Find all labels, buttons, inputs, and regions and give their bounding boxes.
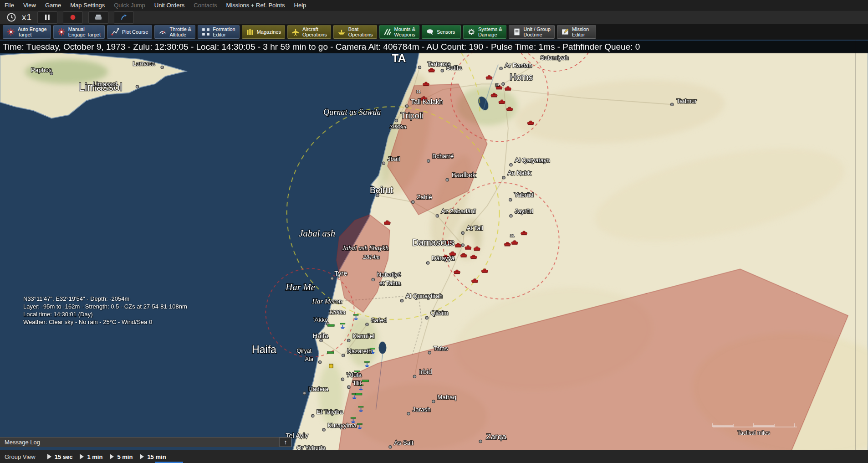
record-button[interactable] (63, 11, 83, 24)
map-info-line: N33°11'47", E32°19'54" - Depth: -2054m (23, 295, 187, 303)
map-label-ta: TA (392, 52, 406, 64)
city-dot (318, 361, 321, 364)
map-label-karmi-el: Karmi'el (352, 333, 374, 340)
time-step-button-15-sec[interactable]: 15 sec (47, 453, 73, 460)
map-label-har-me: Har Me (285, 282, 315, 292)
menu-item-missions-ref-points[interactable]: Missions + Ref. Points (222, 0, 290, 10)
map-label-yabr-d: Yabrūd (514, 191, 533, 198)
map-label-akko: 'Akko (313, 316, 328, 323)
map-svg[interactable]: 111111PaphosLimassolLimassolLarnacaTATar… (0, 40, 868, 450)
map-label-an-nabk: An Nabk (508, 170, 531, 176)
toolbar-button-label: Sensors (437, 29, 455, 35)
jump-arrow-icon[interactable] (114, 11, 134, 24)
time-step-label: 5 min (117, 453, 133, 460)
group-view-label[interactable]: Group View (0, 453, 40, 460)
toolbar-button-sensors[interactable]: Sensors (422, 25, 461, 39)
cmo-window: FileViewGameMap SettingsQuick JumpUnit O… (0, 0, 868, 463)
unit-status-bar[interactable] (362, 380, 369, 382)
toolbar-button-aircraft-operations[interactable]: AircraftOperations (287, 25, 331, 39)
city-dot (347, 339, 350, 342)
city-dot (671, 103, 674, 106)
boat-icon (337, 28, 346, 36)
toolbar-button-label: AircraftOperations (302, 26, 327, 37)
menu-item-map-settings[interactable]: Map Settings (66, 0, 109, 10)
unit-status-bar[interactable] (328, 324, 335, 326)
map-label-q-sim: Qāsim (431, 309, 449, 316)
city-dot (502, 82, 505, 85)
toolbar-button-unit-group-doctrine[interactable]: Unit / GroupDoctrine (509, 25, 555, 39)
toolbar-button-label: ManualEngage Target (68, 26, 101, 37)
map-label-larnaca: Larnaca (133, 60, 155, 67)
time-step-button-15-min[interactable]: 15 min (140, 453, 166, 460)
map-label-bcharr: Bcharré (432, 153, 454, 159)
map-label-at-tall: At Tall (467, 225, 483, 232)
map-label-paphos: Paphos (31, 67, 52, 73)
city-dot (405, 105, 408, 108)
menu-item-view[interactable]: View (19, 0, 41, 10)
play-icon (47, 454, 51, 459)
toolbar-button-formation-editor[interactable]: FormationEditor (198, 25, 240, 39)
auto-engage-icon (7, 28, 15, 36)
clock-icon (6, 12, 16, 22)
map-label-tadmur: Tadmur (676, 98, 697, 104)
map-label-et-tahta: et Tahta (379, 280, 401, 287)
special-unit-icon[interactable] (329, 364, 333, 368)
toolbar-button-label: Auto EngageTarget (18, 26, 47, 37)
map-label-haifa: Haifa (252, 344, 276, 355)
play-icon (140, 454, 144, 459)
toolbar-button-mission-editor[interactable]: MissionEditor (557, 25, 596, 39)
city-dot (426, 262, 429, 264)
expand-message-log-button[interactable]: ↑ (280, 437, 291, 447)
toolbar-button-throttle-altitude[interactable]: Throttle &Altitude (154, 25, 195, 39)
time-step-button-5-min[interactable]: 5 min (110, 453, 133, 460)
printer-icon[interactable] (88, 11, 108, 24)
map-label-mafraq: Mafraq (437, 394, 456, 401)
toolbar-button-auto-engage-target[interactable]: Auto EngageTarget (3, 25, 51, 39)
unit-status-bar[interactable] (355, 393, 362, 395)
map-label-3088m: 3088m (389, 123, 407, 130)
map-label-al-qunaytirah: Al Qunaytirah (406, 293, 443, 299)
menu-item-unit-orders[interactable]: Unit Orders (150, 0, 189, 10)
city-dot (372, 278, 374, 281)
map-label-qurnat-as-sawda: Qurnat as Sawda (323, 108, 381, 117)
map-label-damascus: Damascus (413, 237, 454, 247)
map-area[interactable]: 111111PaphosLimassolLimassolLarnacaTATar… (0, 40, 868, 450)
city-dot (432, 400, 435, 403)
city-dot (395, 119, 398, 122)
menu-item-file[interactable]: File (0, 0, 19, 10)
map-label-nazareth: Nazareth (347, 348, 372, 355)
toolbar-button-manual-engage-target[interactable]: ManualEngage Target (53, 25, 105, 39)
city-dot (136, 85, 138, 88)
manual-engage-icon (57, 28, 66, 36)
city-dot (303, 392, 306, 395)
map-label-jayr-d: Jayrūd (515, 208, 533, 215)
city-dot (425, 316, 428, 319)
map-label-hadera: Hadera (308, 386, 328, 392)
map-label-jabal-ash-shaykh: Jabal ash Shaykh (342, 244, 388, 252)
time-compression-value[interactable]: x1 (22, 12, 32, 22)
city-dot (407, 412, 410, 415)
menu-item-help[interactable]: Help (290, 0, 311, 10)
menu-item-game[interactable]: Game (41, 0, 66, 10)
city-dot (428, 351, 431, 354)
map-label-homs: Homs (510, 72, 533, 82)
unit-status-bar[interactable] (327, 352, 334, 354)
time-step-button-1-min[interactable]: 1 min (80, 453, 102, 460)
pause-button[interactable] (37, 11, 57, 24)
city-dot (366, 323, 368, 326)
toolbar-button-mounts-weapons[interactable]: Mounts &Weapons (379, 25, 419, 39)
map-info-line: Layer: -95m to -162m - Strength: 0.5 - C… (23, 303, 187, 310)
toolbar-button-systems-damage[interactable]: Systems &Damage (463, 25, 506, 39)
toolbar-button-plot-course[interactable]: Plot Course (107, 25, 152, 39)
toolbar-button-label: Plot Course (122, 29, 148, 35)
toolbar-button-boat-operations[interactable]: BoatOperations (333, 25, 377, 39)
map-label-nabatiy: Nabatiyé (377, 271, 401, 278)
city-dot (461, 232, 464, 234)
time-status-bar: Time: Tuesday, October 9, 1973 - Zulu: 1… (0, 41, 868, 53)
message-log-title[interactable]: Message Log (0, 437, 280, 447)
toolbar-button-magazines[interactable]: Magazines (242, 25, 285, 39)
throttle-icon (158, 28, 167, 36)
toolbar-button-label: Unit / GroupDoctrine (524, 26, 551, 37)
systems-icon (467, 28, 475, 36)
up-arrow-icon: ↑ (284, 438, 287, 446)
